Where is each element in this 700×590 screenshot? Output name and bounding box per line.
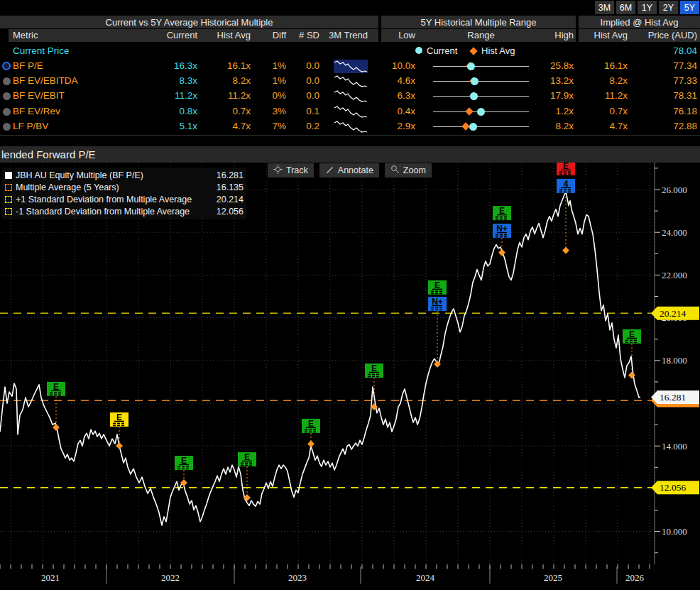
current-multiple: 5.1x [179, 121, 197, 131]
col-metric: Metric [13, 30, 38, 40]
event-badge-e[interactable]: E [302, 419, 320, 433]
period-button-6m[interactable]: 6M [616, 1, 635, 14]
current-multiple: 0.8x [179, 106, 197, 116]
pencil-icon [325, 165, 334, 176]
range-slider[interactable] [433, 89, 529, 104]
event-badge-n+[interactable]: N+ [493, 224, 511, 238]
table-row-current-price[interactable]: Current Price78.04CurrentHist Avg [0, 44, 700, 59]
legend-item-3[interactable]: -1 Standard Deviation from Multiple Aver… [5, 205, 244, 217]
range-low: 4.6x [397, 75, 415, 86]
legend-value: 20.214 [217, 195, 244, 204]
range-slider[interactable] [433, 119, 529, 134]
event-badge-e[interactable]: E [493, 206, 511, 220]
crosshair-icon [273, 165, 283, 176]
metric-label: BF EV/Rev [13, 106, 60, 116]
event-badge-4[interactable]: 4 [557, 179, 575, 193]
last-value-axis-badge: 16.281 [651, 390, 699, 404]
table-row-bf-ev-ebit[interactable]: BF EV/EBIT11.2x11.2x0%0.06.3x17.9x11.2x7… [0, 89, 700, 104]
num-sd: 0.0 [306, 60, 319, 71]
y-axis-label: 24.000 [662, 227, 687, 238]
event-badge-e[interactable]: E [238, 452, 256, 466]
range-legend-current-label: Current [427, 45, 457, 56]
annotate-button[interactable]: Annotate [319, 163, 379, 177]
minus1sd-axis-badge-text: 12.056 [660, 482, 686, 493]
metric-label: BF EV/EBIT [13, 90, 65, 101]
track-button-label: Track [286, 165, 308, 175]
period-button-5y[interactable]: 5Y [680, 1, 699, 14]
annotate-button-label: Annotate [338, 165, 373, 175]
implied-price: 76.18 [673, 106, 697, 116]
event-badge-e[interactable]: E [623, 329, 641, 344]
metric-label: BF EV/EBITDA [13, 75, 78, 86]
current-marker-icon[interactable] [470, 92, 478, 100]
diff-percent: 1% [272, 60, 286, 71]
period-button-1y[interactable]: 1Y [638, 1, 657, 14]
period-button-2y[interactable]: 2Y [659, 1, 678, 14]
range-slider-track [433, 66, 529, 67]
current-multiple: 16.3x [174, 60, 197, 71]
current-marker-icon[interactable] [467, 62, 475, 70]
range-low: 6.3x [397, 90, 415, 101]
table-row-bf-ev-ebitda[interactable]: BF EV/EBITDA8.3x8.2x1%0.04.6x13.2x8.2x77… [0, 74, 700, 89]
row-radio-selected[interactable] [2, 62, 11, 70]
metric-label: BF P/E [13, 60, 43, 71]
col-hist-avg2: Hist Avg [594, 30, 628, 40]
table-row-bf-p-e[interactable]: BF P/E16.3x16.1x1%0.010.0x25.8x16.1x77.3… [0, 59, 700, 74]
event-badge-e[interactable]: E [175, 456, 193, 470]
magnifier-icon [390, 165, 400, 176]
event-badge-e[interactable]: E [428, 280, 447, 295]
diff-percent: 3% [272, 106, 286, 116]
year-label-2024: 2024 [416, 572, 435, 583]
range-slider-track [433, 126, 529, 127]
row-radio[interactable] [3, 108, 11, 116]
range-low: 10.0x [392, 60, 415, 71]
row-radio[interactable] [3, 92, 11, 100]
range-slider[interactable] [433, 104, 529, 119]
diff-percent: 7% [272, 121, 286, 131]
table-row-bf-ev-rev[interactable]: BF EV/Rev0.8x0.7x3%0.10.4x1.2x0.7x76.18 [0, 104, 700, 119]
year-label-2022: 2022 [161, 572, 180, 583]
range-slider-track [433, 96, 529, 97]
implied-histavg: 11.2x [605, 90, 628, 101]
table-section-divider [378, 16, 381, 135]
trend-sparkline [334, 75, 368, 88]
col-current: Current [167, 30, 197, 40]
row-radio[interactable] [3, 123, 11, 131]
refline-swatch-icon [5, 184, 12, 191]
refline-swatch-icon [5, 196, 12, 203]
current-marker-icon[interactable] [477, 108, 485, 116]
range-high: 25.8x [550, 60, 574, 71]
col-trend: 3M Trend [329, 30, 368, 40]
event-badge-e[interactable]: E [557, 163, 575, 175]
diff-percent: 0% [272, 90, 286, 101]
legend-label: +1 Standard Deviation from Multiple Aver… [16, 195, 192, 204]
plus1sd-axis-badge-text: 20.214 [660, 308, 686, 319]
legend-item-1[interactable]: Multiple Average (5 Years)16.135 [5, 181, 244, 193]
track-button[interactable]: Track [268, 163, 314, 177]
current-marker-icon[interactable] [469, 123, 477, 131]
chart-legend: JBH AU Equity Multiple (BF P/E)16.281Mul… [2, 168, 246, 219]
table-row-lf-p-bv[interactable]: LF P/BV5.1x4.7x7%0.22.9x8.2x4.7x72.88 [0, 119, 700, 134]
price-multiple-chart[interactable]: 26.00024.00022.00020.00018.00016.00014.0… [0, 163, 700, 590]
implied-histavg: 0.7x [609, 106, 628, 116]
last-value-axis-badge-text: 16.281 [660, 392, 686, 403]
current-multiple: 11.2x [175, 90, 197, 101]
diff-percent: 1% [272, 75, 286, 86]
event-badge-e[interactable]: E [365, 364, 383, 378]
trend-sparkline [334, 60, 368, 73]
current-marker-icon[interactable] [471, 77, 478, 85]
table-bottom-divider [0, 135, 700, 136]
event-badge-e[interactable]: E [110, 413, 128, 427]
event-badge-n+[interactable]: N+ [428, 297, 447, 311]
plus1sd-axis-badge: 20.214 [651, 307, 699, 320]
col-price: Price (AUD) [648, 30, 697, 40]
legend-item-2[interactable]: +1 Standard Deviation from Multiple Aver… [5, 193, 244, 205]
event-badge-e[interactable]: E [47, 382, 65, 396]
zoom-button[interactable]: Zoom [385, 163, 432, 177]
range-slider[interactable] [433, 59, 529, 74]
range-slider[interactable] [433, 74, 529, 89]
legend-item-0[interactable]: JBH AU Equity Multiple (BF P/E)16.281 [5, 169, 244, 181]
period-button-3m[interactable]: 3M [595, 1, 614, 14]
row-radio[interactable] [3, 77, 11, 85]
section-header-range: 5Y Historical Multiple Range [381, 16, 576, 28]
